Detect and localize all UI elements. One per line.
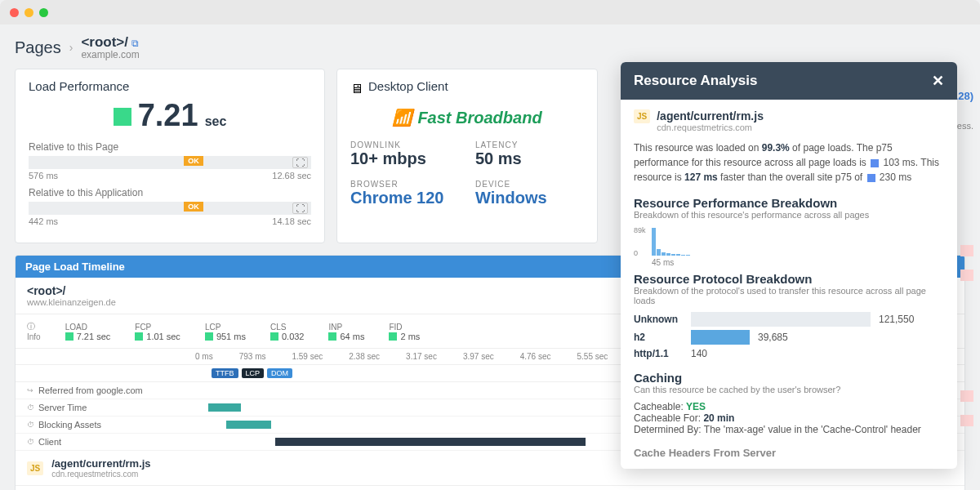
status-square-icon [65,332,74,341]
proto-bar [691,330,750,345]
referrer-icon: ↪ [27,386,38,394]
expand-icon[interactable]: ⛶ [292,157,308,168]
row-text: Referred from google.com [38,385,185,395]
metric-label: DEVICE [475,180,584,189]
rel-page-label: Relative to this Page [29,141,311,153]
proto-name: h2 [634,332,683,343]
metric-value: 951 ms [216,332,246,341]
rel-max: 12.68 sec [272,171,311,180]
resource-path: /agent/current/rm.js [51,457,150,470]
behind-bar [960,390,973,402]
metric-value: 1.01 sec [146,332,180,341]
protocol-row: http/1.1140 [634,348,944,359]
row-text: Server Time [38,403,185,412]
timeline-title: Page Load Timeline [25,261,644,273]
metric-label: LOAD [65,323,111,332]
color-chip-icon [871,159,879,167]
tick: 2.38 sec [349,352,380,361]
tick: 0 ms [195,352,213,361]
row-text: Blocking Assets [38,420,185,430]
info-icon[interactable]: ⓘ [27,322,35,331]
expand-icon[interactable]: ⛶ [292,203,308,214]
section-title: Resource Performance Breakdown [634,196,944,210]
section-title: Caching [634,371,944,385]
row-text: Client [38,437,185,447]
performance-histogram: 89k 0 45 ms [634,226,944,265]
status-square-icon [389,332,397,341]
rel-max: 14.18 sec [272,216,311,226]
proto-name: Unknown [634,314,683,325]
color-chip-icon [867,174,875,182]
proto-count: 121,550 [879,314,914,325]
card-title: Desktop Client [368,79,448,93]
js-badge: JS [27,461,43,475]
panel-title: Resource Analysis [634,73,932,89]
cacheable-value: YES [686,401,706,412]
browser-value: Chrome 120 [350,189,459,207]
chevron-right-icon: › [69,41,74,54]
status-square-icon [205,332,213,341]
cacheable-for-value: 20 min [703,412,734,424]
clock-icon: ⏱ [27,421,38,429]
resource-path: /agent/current/rm.js [657,109,764,122]
section-title: Cache Headers From Server [634,447,944,459]
load-value: 7.21 [138,98,198,133]
resource-description: This resource was loaded on 99.3% of pag… [634,140,944,185]
protocol-row: Unknown121,550 [634,312,944,327]
section-title: Resource Protocol Breakdown [634,272,944,286]
minimize-dot-icon[interactable] [24,8,33,17]
status-square-icon [135,332,143,341]
info-label: Info [27,332,41,341]
tick: 5.55 sec [577,352,608,361]
y-label: 89k [634,226,646,234]
zoom-dot-icon[interactable] [39,8,48,17]
proto-name: http/1.1 [634,348,683,359]
metric-label: DOWNLINK [350,140,459,149]
desktop-client-card: 🖥Desktop Client 📶Fast Broadband DOWNLINK… [336,69,598,243]
rel-min: 576 ms [29,171,58,180]
desktop-icon: 🖥 [350,82,363,96]
breadcrumb-domain: example.com [81,49,139,60]
metric-label: LATENCY [475,140,584,149]
connection-headline: Fast Broadband [417,109,541,127]
breadcrumb-root[interactable]: Pages [15,38,61,57]
metric-label: FID [389,323,420,332]
proto-count: 39,685 [758,332,788,343]
rel-app-label: Relative to this Application [29,187,311,198]
metric-label: INP [328,323,364,332]
resource-analysis-panel: Resource Analysis ✕ JS /agent/current/rm… [621,62,957,469]
metric-value: 0.032 [282,332,305,341]
clock-icon: ⏱ [27,438,38,446]
lcp-tag: LCP [242,368,265,378]
status-square-icon [114,108,131,126]
metric-value: 64 ms [340,332,364,341]
device-value: Windows [475,189,584,207]
ttfb-tag: TTFB [212,368,238,378]
ok-badge: OK [184,156,203,166]
tick: 3.97 sec [463,352,494,361]
rel-app-bar: OK⛶ [29,202,311,215]
resource-domain: cdn.requestmetrics.com [657,122,764,132]
external-link-icon[interactable]: ⧉ [131,38,139,49]
status-square-icon [328,332,336,341]
close-dot-icon[interactable] [10,8,19,17]
dom-tag: DOM [267,368,292,378]
tick: 1.59 sec [292,352,323,361]
metric-label: BROWSER [350,180,459,189]
resource-domain: cdn.requestmetrics.com [51,470,150,479]
rel-page-bar: OK⛶ [29,156,311,169]
load-performance-card: Load Performance 7.21 sec Relative to th… [15,69,325,243]
tick: 4.76 sec [520,352,551,361]
breadcrumb-path[interactable]: <root>/ [81,34,128,50]
section-sub: Breakdown of this resource's performance… [634,210,944,220]
behind-bar [960,245,973,256]
determined-by-value: The 'max-age' value in the 'Cache-Contro… [704,424,921,435]
close-icon[interactable]: ✕ [932,72,944,90]
metric-label: FCP [135,323,180,332]
window-titlebar [0,0,980,24]
metric-value: 7.21 sec [77,332,111,341]
cache-info: Cacheable: YES Cacheable For: 20 min Det… [634,401,944,435]
breadcrumb: Pages › <root>/⧉ example.com [15,34,965,60]
metric-value: 2 ms [400,332,420,341]
section-sub: Breakdown of the protocol's used to tran… [634,286,944,305]
